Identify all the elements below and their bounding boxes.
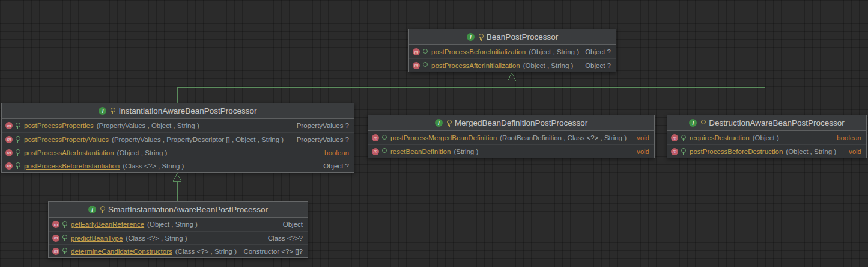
method-return-type: boolean — [318, 149, 349, 156]
method-row[interactable]: m resetBeanDefinition (String ) void — [368, 144, 654, 158]
method-params: (Class <?> , String ) — [175, 248, 237, 255]
method-params: (Object ) — [753, 134, 779, 141]
class-title: DestructionAwareBeanPostProcessor — [709, 118, 845, 127]
method-icons: m — [413, 48, 428, 56]
method-icons: m — [5, 149, 20, 156]
method-row-deprecated[interactable]: m postProcessPropertyValues (PropertyVal… — [2, 132, 354, 146]
method-row[interactable]: m postProcessAfterInstantiation (Object … — [2, 146, 354, 159]
class-header[interactable]: I MergedBeanDefinitionPostProcessor — [368, 115, 654, 131]
class-title: MergedBeanDefinitionPostProcessor — [455, 118, 587, 127]
class-header[interactable]: I DestructionAwareBeanPostProcessor — [667, 115, 866, 131]
method-row[interactable]: m requiresDestruction (Object ) boolean — [667, 131, 866, 144]
public-key-icon — [680, 134, 686, 142]
class-header[interactable]: I SmartInstantiationAwareBeanPostProcess… — [49, 202, 308, 218]
class-header[interactable]: I BeanPostProcessor — [409, 29, 616, 45]
class-title: BeanPostProcessor — [487, 32, 558, 41]
method-icons: m — [671, 134, 686, 142]
method-name: postProcessBeforeInstantiation — [24, 162, 120, 170]
class-title: InstantiationAwareBeanPostProcessor — [118, 106, 256, 115]
method-params: (Object , String ) — [529, 48, 579, 55]
method-icons: m — [5, 135, 20, 143]
diagram-canvas: I BeanPostProcessor m postProcessBeforeI… — [0, 0, 868, 267]
method-row[interactable]: m postProcessProperties (PropertyValues … — [2, 119, 354, 132]
method-name: resetBeanDefinition — [390, 148, 451, 155]
method-name: postProcessMergedBeanDefinition — [390, 134, 497, 141]
method-icon: m — [52, 248, 59, 255]
method-params: (RootBeanDefinition , Class <?> , String… — [500, 134, 627, 141]
method-params: (Object , String ) — [523, 62, 574, 69]
method-icon: m — [52, 221, 59, 228]
public-key-icon — [381, 147, 387, 155]
public-key-icon — [61, 221, 67, 229]
method-return-type: void — [631, 148, 649, 155]
method-params: (Class <?> , String ) — [123, 162, 184, 170]
method-name: getEarlyBeanReference — [71, 221, 144, 228]
method-params: (PropertyValues , Object , String ) — [97, 122, 199, 129]
method-name: postProcessPropertyValues — [24, 136, 109, 143]
key-icon — [446, 119, 452, 127]
public-key-icon — [381, 134, 387, 142]
method-return-type: boolean — [831, 134, 861, 141]
class-node-smartinstantiationawarebeanpostprocessor[interactable]: I SmartInstantiationAwareBeanPostProcess… — [48, 201, 308, 258]
method-name: postProcessBeforeDestruction — [690, 148, 783, 155]
method-icon: m — [671, 134, 678, 141]
method-row[interactable]: m getEarlyBeanReference (Object , String… — [49, 218, 308, 231]
method-return-type: PropertyValues ? — [291, 136, 349, 143]
method-icons: m — [5, 122, 20, 130]
key-icon — [99, 206, 105, 213]
method-icons: m — [5, 162, 20, 170]
public-key-icon — [14, 149, 20, 156]
method-icon: m — [52, 235, 59, 242]
interface-icon: I — [689, 119, 697, 127]
method-return-type: Object ? — [579, 62, 611, 69]
method-icons: m — [372, 147, 387, 155]
method-row[interactable]: m postProcessAfterInitialization (Object… — [409, 58, 616, 72]
method-params: (PropertyValues , PropertyDescriptor [] … — [112, 136, 284, 143]
method-name: predictBeanType — [71, 235, 123, 242]
method-row[interactable]: m postProcessBeforeDestruction (Object ,… — [667, 144, 866, 158]
method-return-type: Class <?>? — [262, 235, 303, 242]
method-icon: m — [413, 48, 420, 55]
method-icon: m — [671, 148, 678, 155]
method-list: m postProcessBeforeInitialization (Objec… — [409, 45, 616, 72]
extends-arrowhead-beanpostprocessor — [508, 73, 516, 81]
public-key-icon — [61, 234, 67, 242]
method-name: requiresDestruction — [690, 134, 750, 141]
interface-icon: I — [88, 206, 96, 213]
public-key-icon — [14, 135, 20, 143]
method-icon: m — [413, 62, 420, 69]
method-row[interactable]: m determineCandidateConstructors (Class … — [49, 244, 308, 257]
method-return-type: Object — [277, 221, 303, 228]
method-icons: m — [52, 221, 67, 229]
method-return-type: Object ? — [317, 162, 349, 170]
interface-icon: I — [435, 119, 443, 127]
method-row[interactable]: m postProcessMergedBeanDefinition (RootB… — [368, 131, 654, 144]
method-row[interactable]: m postProcessBeforeInstantiation (Class … — [2, 159, 354, 172]
class-node-beanpostprocessor[interactable]: I BeanPostProcessor m postProcessBeforeI… — [408, 29, 616, 72]
method-params: (Object , String ) — [117, 149, 168, 156]
method-params: (String ) — [454, 148, 478, 155]
class-node-destructionawarebeanpostprocessor[interactable]: I DestructionAwareBeanPostProcessor m re… — [667, 115, 867, 158]
method-list: m requiresDestruction (Object ) boolean … — [667, 131, 866, 158]
method-list: m postProcessMergedBeanDefinition (RootB… — [368, 131, 654, 158]
interface-icon: I — [99, 107, 106, 115]
method-params: (Class <?> , String ) — [126, 235, 187, 242]
method-return-type: void — [843, 148, 861, 155]
method-row[interactable]: m postProcessBeforeInitialization (Objec… — [409, 45, 616, 58]
method-return-type: Object ? — [579, 48, 611, 55]
method-return-type: PropertyValues ? — [291, 122, 349, 129]
method-icon: m — [5, 122, 13, 129]
extends-arrowhead-instantiationaware — [174, 173, 181, 181]
method-icons: m — [52, 247, 67, 255]
method-icons: m — [52, 234, 67, 242]
method-icons: m — [372, 134, 387, 142]
public-key-icon — [14, 162, 20, 170]
method-params: (Object , String ) — [147, 221, 198, 228]
method-icon: m — [5, 162, 13, 170]
method-name: postProcessAfterInstantiation — [24, 149, 114, 156]
method-row[interactable]: m predictBeanType (Class <?> , String ) … — [49, 231, 308, 244]
class-header[interactable]: I InstantiationAwareBeanPostProcessor — [2, 103, 354, 119]
class-node-mergedbeandefinitionpostprocessor[interactable]: I MergedBeanDefinitionPostProcessor m po… — [368, 115, 655, 158]
method-icons: m — [413, 61, 428, 69]
class-node-instantiationawarebeanpostprocessor[interactable]: I InstantiationAwareBeanPostProcessor m … — [1, 103, 354, 173]
